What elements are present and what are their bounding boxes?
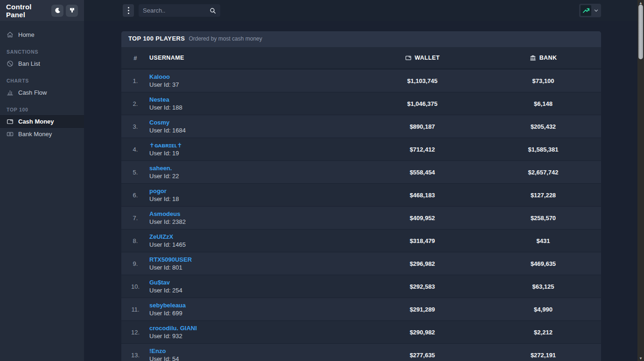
rank-cell: 3. bbox=[121, 123, 149, 130]
wallet-value: $292,583 bbox=[359, 283, 485, 290]
sidebar-item-ban-list[interactable]: Ban List bbox=[0, 57, 84, 70]
username-link[interactable]: saheen. bbox=[149, 165, 359, 172]
sidebar-item-home[interactable]: Home bbox=[0, 28, 84, 41]
user-cell: ZeUIZzX User Id: 1465 bbox=[149, 233, 359, 248]
username-link[interactable]: sebybeleaua bbox=[149, 302, 359, 309]
username-link[interactable]: RTX5090USER bbox=[149, 256, 359, 263]
theme-style-button[interactable] bbox=[66, 5, 78, 17]
wallet-value: $296,982 bbox=[359, 260, 485, 267]
user-id-label: User Id: 699 bbox=[149, 310, 359, 317]
column-header-rank: # bbox=[121, 55, 149, 62]
table-row: 7. Asmodeus User Id: 2382 $409,952 $258,… bbox=[121, 207, 601, 229]
user-id-label: User Id: 2382 bbox=[149, 218, 359, 225]
bank-value: $63,125 bbox=[485, 283, 601, 290]
players-table: # USERNAME WALLET bbox=[121, 47, 601, 361]
wallet-value: $318,479 bbox=[359, 237, 485, 244]
column-header-username: USERNAME bbox=[149, 55, 359, 61]
search-icon[interactable] bbox=[210, 7, 216, 14]
brand-header: Control Panel bbox=[0, 0, 84, 21]
rank-cell: 1. bbox=[121, 77, 149, 84]
rank-cell: 7. bbox=[121, 215, 149, 222]
wallet-value: $277,635 bbox=[359, 352, 485, 359]
sidebar-item-bank-money[interactable]: Bank Money bbox=[0, 128, 84, 140]
username-link[interactable]: Cosmy bbox=[149, 119, 359, 126]
column-header-bank: BANK bbox=[485, 55, 601, 61]
page-scrollbar[interactable]: ▲ ▼ bbox=[637, 0, 644, 361]
username-link[interactable]: ✝ɢᴀʙʀɪᴇʟ✝ bbox=[149, 142, 359, 149]
profile-dropdown[interactable] bbox=[579, 4, 601, 17]
moon-icon bbox=[54, 7, 61, 14]
user-id-label: User Id: 19 bbox=[149, 150, 359, 157]
rank-cell: 8. bbox=[121, 237, 149, 244]
sidebar-item-cash-flow[interactable]: Cash Flow bbox=[0, 86, 84, 99]
user-id-label: User Id: 932 bbox=[149, 333, 359, 340]
search-box bbox=[139, 4, 220, 17]
user-cell: Asmodeus User Id: 2382 bbox=[149, 210, 359, 225]
sidebar-item-label: Home bbox=[18, 31, 35, 38]
search-input[interactable] bbox=[143, 7, 207, 14]
card-title: TOP 100 PLAYERS bbox=[128, 35, 185, 42]
table-row: 2. Nestea User Id: 188 $1,046,375 $6,148 bbox=[121, 92, 601, 115]
username-link[interactable]: Gu$tav bbox=[149, 279, 359, 286]
app-layout: Control Panel bbox=[0, 0, 637, 361]
wallet-icon bbox=[7, 118, 14, 125]
brush-icon bbox=[69, 7, 76, 14]
username-link[interactable]: !Enzo bbox=[149, 347, 359, 354]
table-row: 11. sebybeleaua User Id: 699 $291,289 $4… bbox=[121, 298, 601, 321]
username-link[interactable]: crocodilu. GIANI bbox=[149, 325, 359, 332]
username-link[interactable]: Kalooo bbox=[149, 73, 359, 80]
table-row: 13. !Enzo User Id: 54 $277,635 $272,191 bbox=[121, 344, 601, 361]
user-id-label: User Id: 254 bbox=[149, 287, 359, 294]
sidebar-menu-button[interactable] bbox=[123, 4, 134, 17]
user-id-label: User Id: 1465 bbox=[149, 241, 359, 248]
table-row: 5. saheen. User Id: 22 $558,454 $2,657,7… bbox=[121, 161, 601, 184]
username-link[interactable]: pogor bbox=[149, 187, 359, 194]
main-content: TOP 100 PLAYERS Ordered by most cash mon… bbox=[84, 21, 637, 361]
user-cell: saheen. User Id: 22 bbox=[149, 165, 359, 180]
home-icon bbox=[7, 31, 14, 38]
wallet-value: $291,289 bbox=[359, 306, 485, 313]
user-cell: Cosmy User Id: 1684 bbox=[149, 119, 359, 134]
user-id-label: User Id: 801 bbox=[149, 264, 359, 271]
bar-chart-icon bbox=[7, 89, 14, 96]
user-cell: !Enzo User Id: 54 bbox=[149, 347, 359, 361]
app-title: Control Panel bbox=[6, 3, 49, 19]
column-header-wallet-label: WALLET bbox=[415, 55, 440, 61]
wallet-value: $1,103,745 bbox=[359, 77, 485, 84]
sidebar-item-label: Bank Money bbox=[18, 131, 52, 138]
username-link[interactable]: Asmodeus bbox=[149, 210, 359, 217]
user-cell: crocodilu. GIANI User Id: 932 bbox=[149, 325, 359, 340]
scrollbar-down-arrow[interactable]: ▼ bbox=[637, 355, 644, 361]
user-cell: pogor User Id: 18 bbox=[149, 187, 359, 202]
card-header: TOP 100 PLAYERS Ordered by most cash mon… bbox=[121, 31, 601, 47]
bank-value: $6,148 bbox=[485, 100, 601, 107]
username-link[interactable]: ZeUIZzX bbox=[149, 233, 359, 240]
username-link[interactable]: Nestea bbox=[149, 96, 359, 103]
wallet-value: $409,952 bbox=[359, 215, 485, 222]
user-cell: RTX5090USER User Id: 801 bbox=[149, 256, 359, 271]
bank-value: $205,432 bbox=[485, 123, 601, 130]
sidebar-section-top100: TOP 100 bbox=[7, 107, 77, 112]
sidebar-section-charts: CHARTS bbox=[7, 78, 77, 83]
ban-icon bbox=[7, 60, 14, 67]
rank-cell: 6. bbox=[121, 192, 149, 199]
user-id-label: User Id: 18 bbox=[149, 195, 359, 202]
sidebar-item-label: Cash Money bbox=[18, 118, 54, 125]
table-header-row: # USERNAME WALLET bbox=[121, 47, 601, 69]
bank-value: $127,228 bbox=[485, 192, 601, 199]
bank-value: $4,990 bbox=[485, 306, 601, 313]
wallet-value: $290,982 bbox=[359, 329, 485, 336]
bank-value: $469,635 bbox=[485, 260, 601, 267]
wallet-value: $468,183 bbox=[359, 192, 485, 199]
table-row: 9. RTX5090USER User Id: 801 $296,982 $46… bbox=[121, 252, 601, 275]
sidebar-section-sanctions: SANCTIONS bbox=[7, 49, 77, 55]
dark-mode-toggle-button[interactable] bbox=[51, 5, 63, 17]
wallet-icon bbox=[405, 55, 412, 61]
rank-cell: 10. bbox=[121, 283, 149, 290]
rank-cell: 11. bbox=[121, 306, 149, 313]
scrollbar-thumb[interactable] bbox=[638, 5, 643, 59]
sidebar-item-cash-money[interactable]: Cash Money bbox=[0, 115, 84, 128]
bank-value: $272,191 bbox=[485, 352, 601, 359]
top-players-card: TOP 100 PLAYERS Ordered by most cash mon… bbox=[121, 31, 601, 361]
table-row: 10. Gu$tav User Id: 254 $292,583 $63,125 bbox=[121, 275, 601, 298]
